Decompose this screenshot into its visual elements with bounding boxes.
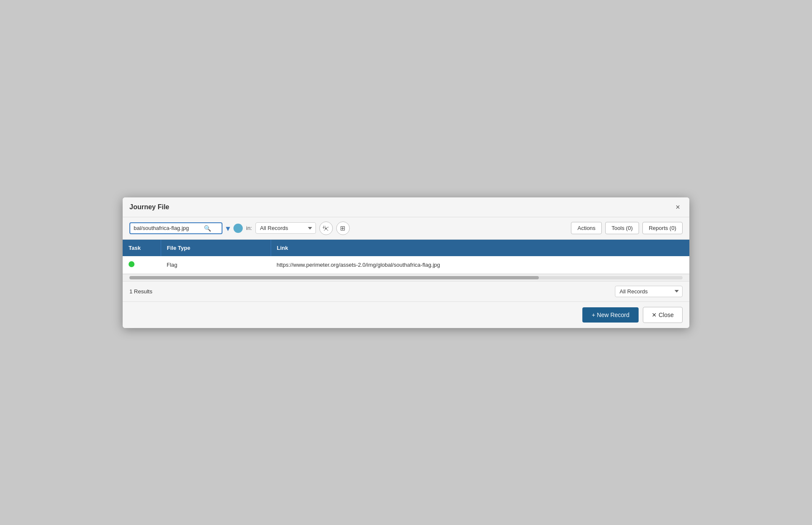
title-bar: Journey File × xyxy=(123,197,689,217)
filter-button[interactable]: ⏧ xyxy=(319,221,333,235)
dialog: Journey File × 🔍 ▾ in: All Records Selec… xyxy=(123,197,689,328)
horizontal-scrollbar-area xyxy=(123,274,689,281)
search-box: 🔍 xyxy=(129,222,222,234)
scrollbar-track xyxy=(129,276,683,279)
grid-view-button[interactable]: ⊞ xyxy=(336,221,350,235)
tools-button[interactable]: Tools (0) xyxy=(605,222,639,234)
dialog-title: Journey File xyxy=(129,203,169,211)
in-label: in: xyxy=(246,225,252,231)
status-dot-green xyxy=(129,261,134,267)
scrollbar-thumb[interactable] xyxy=(129,276,539,279)
cell-task xyxy=(123,256,161,274)
footer-records-select[interactable]: All Records Selected Records xyxy=(615,286,683,297)
cell-filetype: Flag xyxy=(161,256,271,274)
table-header-row: Task File Type Link xyxy=(123,240,689,256)
results-count: 1 Results xyxy=(129,288,152,295)
column-header-link: Link xyxy=(271,240,689,256)
search-icon: 🔍 xyxy=(204,225,211,232)
footer-buttons-row: + New Record ✕ Close xyxy=(123,302,689,328)
footer-results-row: 1 Results All Records Selected Records xyxy=(123,282,689,302)
records-filter-select[interactable]: All Records Selected Records xyxy=(255,222,316,234)
data-table: Task File Type Link Flag https://www.per… xyxy=(123,240,689,274)
status-indicator xyxy=(233,224,243,233)
cell-link: https://www.perimeter.org/assets-2.0/img… xyxy=(271,256,689,274)
table-row[interactable]: Flag https://www.perimeter.org/assets-2.… xyxy=(123,256,689,274)
grid-icon: ⊞ xyxy=(340,224,346,232)
column-header-task: Task xyxy=(123,240,161,256)
footer: 1 Results All Records Selected Records +… xyxy=(123,281,689,328)
close-button[interactable]: ✕ Close xyxy=(643,307,683,323)
new-record-button[interactable]: + New Record xyxy=(582,307,639,323)
search-input[interactable] xyxy=(134,225,201,231)
column-header-filetype: File Type xyxy=(161,240,271,256)
toolbar: 🔍 ▾ in: All Records Selected Records ⏧ ⊞… xyxy=(123,217,689,240)
actions-button[interactable]: Actions xyxy=(571,222,602,234)
table-container: Task File Type Link Flag https://www.per… xyxy=(123,240,689,274)
reports-button[interactable]: Reports (0) xyxy=(642,222,683,234)
search-dropdown-arrow[interactable]: ▾ xyxy=(226,224,230,232)
dialog-close-button[interactable]: × xyxy=(673,202,683,212)
filter-icon: ⏧ xyxy=(323,224,329,232)
